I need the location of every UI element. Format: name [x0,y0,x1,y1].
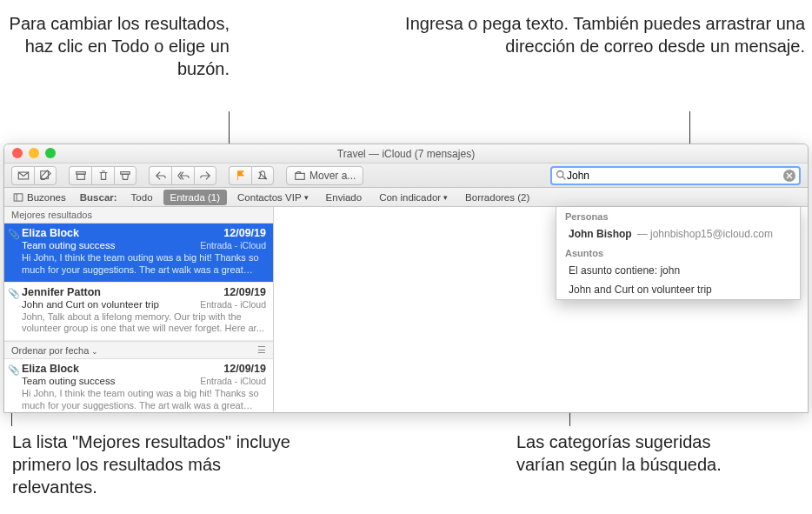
message-item[interactable]: 📎 Jennifer Patton 12/09/19 John and Curt… [4,283,273,342]
filter-icon[interactable]: ☰ [257,344,266,356]
attachment-icon: 📎 [8,364,20,376]
mail-window: Travel — iCloud (7 mensajes) [3,144,809,413]
search-field[interactable] [550,166,801,185]
svg-point-6 [557,171,563,177]
filter-all-button[interactable]: Todo [123,188,162,206]
zoom-window-button[interactable] [45,148,56,158]
message-date: 12/09/19 [223,286,266,298]
message-subject: John and Curt on volunteer trip [22,299,159,310]
callout-top-right: Ingresa o pega texto. También puedes arr… [388,12,805,57]
filter-all-label: Todo [131,192,153,203]
suggestion-subject-text: El asunto contiene: john [569,264,680,277]
flag-button[interactable] [229,166,251,185]
move-to-label: Mover a... [309,170,356,182]
suggestion-subject[interactable]: El asunto contiene: john [556,261,800,280]
message-subject: Team outing success [22,376,115,386]
search-suggestions-dropdown: Personas John Bishop — johnbishop15@iclo… [556,207,801,300]
compose-button[interactable] [34,166,57,185]
reply-all-button[interactable] [171,166,194,185]
attachment-icon: 📎 [8,288,20,299]
mute-button[interactable] [251,166,274,185]
archive-icon [75,170,87,182]
suggestion-subject[interactable]: John and Curt on volunteer trip [556,280,800,299]
message-mailbox: Entrada - iCloud [200,376,266,386]
svg-rect-3 [77,174,84,179]
chevron-down-icon: ▾ [304,193,309,202]
mailboxes-button[interactable]: Buzones [4,188,75,206]
callout-bottom-right: Las categorías sugeridas varían según la… [516,431,760,476]
reply-icon [155,170,167,182]
message-content-area: Personas John Bishop — johnbishop15@iclo… [274,207,808,412]
close-window-button[interactable] [12,148,23,158]
sidebar-icon [13,192,23,203]
delete-button[interactable] [91,166,114,185]
filter-inbox-label: Entrada (1) [170,192,221,203]
message-date: 12/09/19 [223,363,266,375]
best-results-header: Mejores resultados [4,207,273,224]
move-icon [294,170,306,182]
filter-flagged-label: Con indicador [379,192,441,203]
junk-icon [119,170,131,182]
filter-sent-label: Enviado [326,192,363,203]
junk-button[interactable] [114,166,136,185]
forward-icon [199,170,211,182]
filter-flagged-button[interactable]: Con indicador▾ [370,188,456,206]
filter-vip-label: Contactos VIP [237,192,302,203]
dropdown-people-header: Personas [556,207,800,224]
archive-button[interactable] [69,166,91,185]
message-date: 12/09/19 [223,227,266,239]
message-mailbox: Entrada - iCloud [200,299,266,310]
sort-row[interactable]: Ordenar por fecha ⌄ ☰ [4,341,273,359]
clear-search-button[interactable] [783,170,795,182]
dropdown-subjects-header: Asuntos [556,244,800,261]
message-list: Mejores resultados 📎 Eliza Block 12/09/1… [4,207,274,412]
suggestion-person-email: — johnbishop15@icloud.com [637,228,773,240]
message-item[interactable]: 📎 Eliza Block 12/09/19 Team outing succe… [4,359,273,412]
reply-all-icon [177,170,190,182]
window-controls [12,148,56,158]
suggestion-person-name: John Bishop [569,228,632,240]
forward-button[interactable] [194,166,216,185]
message-preview: John, Talk about a lifelong memory. Our … [22,311,266,336]
flag-icon [235,170,247,182]
mute-icon [256,170,269,182]
close-icon [786,172,793,179]
sort-label: Ordenar por fecha [11,345,89,356]
get-mail-button[interactable] [11,166,34,185]
search-scope-label: Buscar: [75,192,123,203]
filter-drafts-label: Borradores (2) [465,192,529,203]
message-item[interactable]: 📎 Eliza Block 12/09/19 Team outing succe… [4,224,273,283]
compose-icon [39,170,51,182]
message-mailbox: Entrada - iCloud [200,240,266,250]
message-sender: Jennifer Patton [22,286,101,298]
best-results-label: Mejores resultados [11,210,92,220]
search-input[interactable] [567,170,783,182]
attachment-icon: 📎 [8,229,20,240]
window-title: Travel — iCloud (7 mensajes) [337,148,475,160]
filter-drafts-button[interactable]: Borradores (2) [456,188,538,206]
envelope-icon [17,170,30,182]
message-sender: Eliza Block [22,227,79,239]
filter-inbox-button[interactable]: Entrada (1) [163,190,228,205]
suggestion-subject-text: John and Curt on volunteer trip [569,284,712,296]
svg-rect-5 [296,173,305,179]
trash-icon [97,170,110,182]
toolbar: Mover a... [4,164,808,188]
callout-bottom-left: La lista "Mejores resultados" incluye pr… [12,431,308,498]
filter-sent-button[interactable]: Enviado [317,188,371,206]
search-filter-bar: Buzones Buscar: Todo Entrada (1) Contact… [4,188,808,207]
svg-rect-7 [14,193,23,200]
titlebar: Travel — iCloud (7 mensajes) [4,144,808,164]
filter-vip-button[interactable]: Contactos VIP▾ [229,188,317,206]
chevron-down-icon: ⌄ [91,347,98,356]
chevron-down-icon: ▾ [443,193,448,202]
mailboxes-label: Buzones [27,192,66,203]
message-sender: Eliza Block [22,363,79,375]
reply-button[interactable] [149,166,171,185]
move-to-button[interactable]: Mover a... [286,166,363,185]
message-subject: Team outing success [22,240,115,250]
search-icon [556,170,567,181]
minimize-window-button[interactable] [29,148,39,158]
suggestion-person[interactable]: John Bishop — johnbishop15@icloud.com [556,224,800,244]
message-preview: Hi John, I think the team outing was a b… [22,388,266,412]
